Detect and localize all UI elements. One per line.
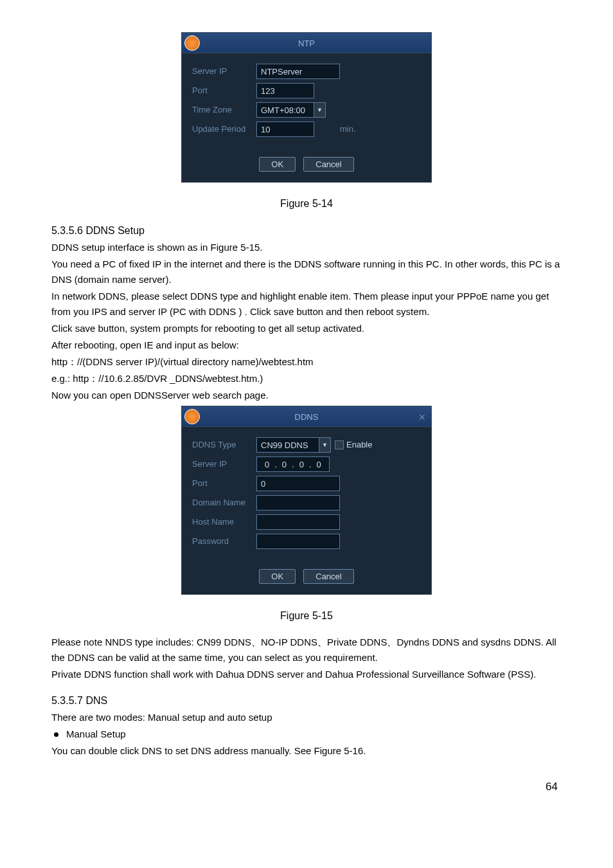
ntp-dialog-header: NTP [182,33,431,53]
port-input[interactable] [256,83,314,98]
enable-checkbox[interactable] [335,440,344,449]
ip-seg-2: 0 [294,458,309,470]
ddns-text-6: http：//(DDNS server IP)/(virtual directo… [51,354,562,370]
figure-5-14-caption: Figure 5-14 [51,195,562,212]
enable-label: Enable [346,439,372,452]
ddns-type-label: DDNS Type [192,439,256,452]
figure-5-15-caption: Figure 5-15 [51,608,562,624]
nnds-text-1: Please note NNDS type includes: CN99 DDN… [51,635,562,665]
app-icon [184,35,200,51]
ok-button[interactable]: OK [259,569,296,584]
port-label: Port [192,84,256,98]
section-dns-heading: 5.3.5.7 DNS [51,692,562,709]
nnds-text-2: Private DDNS function shall work with Da… [51,667,562,682]
ntp-dialog: NTP Server IP Port Time Zone ▼ Update Pe… [181,32,432,183]
dns-bullet-row: Manual Setup [51,727,562,742]
update-period-input[interactable] [256,122,314,137]
close-icon[interactable]: ✕ [418,410,426,424]
domain-name-label: Domain Name [192,496,256,510]
dns-text-1: There are two modes: Manual setup and au… [51,710,562,725]
cancel-button[interactable]: Cancel [303,157,353,172]
ok-button[interactable]: OK [259,157,296,172]
host-name-input[interactable] [256,514,340,530]
ddns-text-7: e.g.: http：//10.6.2.85/DVR _DDNS/webtest… [51,371,562,386]
ntp-dialog-footer: OK Cancel [182,143,431,182]
password-input[interactable] [256,534,340,549]
ddns-text-1: DDNS setup interface is shown as in Figu… [51,240,562,255]
ddns-port-input[interactable] [256,476,340,491]
ddns-type-select[interactable] [256,437,319,453]
ddns-type-dropdown-icon[interactable]: ▼ [319,437,331,453]
dns-text-2: You can double click DNS to set DNS addr… [51,743,562,759]
ddns-dialog-header: DDNS ✕ [182,406,431,427]
ip-seg-1: 0 [277,458,292,470]
ddns-dialog-footer: OK Cancel [182,556,431,594]
update-period-label: Update Period [192,123,256,136]
host-name-label: Host Name [192,516,256,529]
password-label: Password [192,535,256,548]
ddns-text-2: You need a PC of fixed IP in the interne… [51,257,562,287]
enable-checkbox-wrap[interactable]: Enable [335,439,372,452]
timezone-label: Time Zone [192,104,256,117]
ddns-server-ip-input[interactable]: 0 . 0 . 0 . 0 [256,457,330,472]
ddns-text-4: Click save button, system prompts for re… [51,321,562,336]
section-ddns-setup-heading: 5.3.5.6 DDNS Setup [51,222,562,239]
timezone-dropdown-icon[interactable]: ▼ [314,102,326,118]
timezone-select[interactable] [256,102,314,118]
ddns-dialog-title: DDNS [295,411,319,424]
app-icon [184,409,200,424]
page-number: 64 [51,778,562,795]
ddns-text-3: In network DDNS, please select DDNS type… [51,289,562,320]
update-unit-label: min. [340,123,356,136]
ntp-dialog-body: Server IP Port Time Zone ▼ Update Period… [182,53,431,143]
manual-setup-bullet: Manual Setup [66,727,126,742]
ddns-text-5: After rebooting, open IE and input as be… [51,338,562,353]
server-ip-input[interactable] [256,64,340,79]
domain-name-input[interactable] [256,495,340,511]
ddns-port-label: Port [192,477,256,491]
bullet-icon [54,732,58,737]
ddns-server-ip-label: Server IP [192,458,256,471]
ntp-dialog-title: NTP [298,37,315,51]
cancel-button[interactable]: Cancel [303,569,353,584]
ddns-dialog: DDNS ✕ DDNS Type ▼ Enable Server IP 0 . … [181,406,432,595]
ddns-dialog-body: DDNS Type ▼ Enable Server IP 0 . 0 . 0 .… [182,427,431,556]
server-ip-label: Server IP [192,65,256,78]
ip-seg-0: 0 [260,458,274,470]
ip-seg-3: 0 [312,458,326,470]
ddns-text-8: Now you can open DDNSServer web search p… [51,388,562,403]
